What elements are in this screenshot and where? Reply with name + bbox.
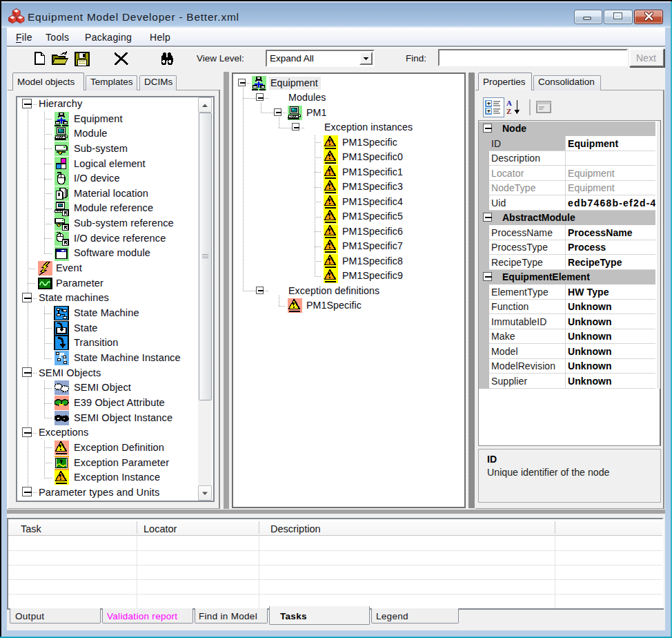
- svg-text:Z: Z: [506, 107, 511, 115]
- svg-text:A: A: [506, 99, 512, 107]
